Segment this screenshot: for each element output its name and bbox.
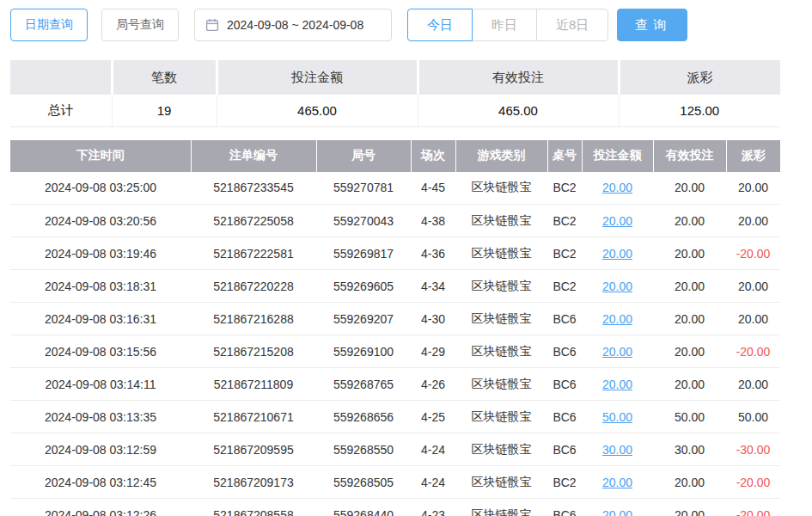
valid-bet-cell: 50.00 (653, 401, 726, 433)
header-table-number: 桌号 (547, 140, 582, 172)
header-payout: 派彩 (726, 140, 780, 172)
bet-amount-link[interactable]: 20.00 (602, 312, 632, 326)
bet-amount-link[interactable]: 20.00 (602, 378, 632, 391)
summary-table: 笔数 投注金额 有效投注 派彩 总计 19 465.00 465.00 125.… (10, 60, 780, 127)
session-cell: 4-30 (411, 303, 455, 335)
table-number-cell: BC2 (547, 172, 582, 205)
bet-amount-link[interactable]: 50.00 (602, 410, 632, 424)
header-round-number: 局号 (316, 140, 411, 172)
summary-header-count: 笔数 (112, 60, 217, 95)
bet-amount-link[interactable]: 20.00 (602, 214, 632, 228)
last-8-days-button[interactable]: 近8日 (536, 9, 608, 41)
bet-amount-cell: 20.00 (582, 270, 653, 303)
table-row: 2024-09-08 03:14:11 521867211809 5592687… (10, 368, 780, 401)
date-query-tab-button[interactable]: 日期查询 (10, 9, 88, 41)
round-number-cell: 559269817 (316, 237, 411, 270)
table-number-cell: BC6 (547, 303, 582, 335)
valid-bet-cell: 20.00 (653, 205, 726, 237)
bet-amount-cell: 20.00 (582, 466, 653, 499)
game-type-cell: 区块链骰宝 (455, 237, 547, 270)
game-type-cell: 区块链骰宝 (455, 466, 547, 499)
today-button[interactable]: 今日 (407, 9, 473, 41)
quick-range-group: 今日 昨日 近8日 (407, 9, 608, 41)
header-order-number: 注单编号 (191, 140, 316, 172)
session-cell: 4-34 (411, 270, 455, 303)
payout-cell: -30.00 (726, 433, 780, 466)
bet-time-cell: 2024-09-08 03:20:56 (10, 205, 191, 237)
round-number-cell: 559268550 (316, 433, 411, 466)
bet-amount-cell: 30.00 (582, 433, 653, 466)
header-game-type: 游戏类别 (455, 140, 547, 172)
date-range-value: 2024-09-08 ~ 2024-09-08 (227, 18, 363, 32)
records-header-row: 下注时间 注单编号 局号 场次 游戏类别 桌号 投注金额 有效投注 派彩 (10, 140, 780, 172)
header-bet-amount: 投注金额 (582, 140, 653, 172)
valid-bet-cell: 20.00 (653, 237, 726, 270)
bet-amount-link[interactable]: 20.00 (602, 181, 632, 194)
payout-cell: 20.00 (726, 368, 780, 401)
table-number-cell: BC6 (547, 368, 582, 401)
bet-time-cell: 2024-09-08 03:12:26 (10, 499, 191, 516)
bet-time-cell: 2024-09-08 03:15:56 (10, 335, 191, 368)
table-row: 2024-09-08 03:13:35 521867210671 5592686… (10, 401, 780, 433)
bet-amount-link[interactable]: 20.00 (602, 345, 632, 359)
summary-header-empty (10, 60, 112, 95)
bet-amount-link[interactable]: 20.00 (602, 508, 632, 516)
order-number-cell: 521867222581 (191, 237, 316, 270)
bet-amount-link[interactable]: 20.00 (602, 247, 632, 261)
summary-total-label: 总计 (10, 95, 112, 126)
order-number-cell: 521867215208 (191, 335, 316, 368)
session-cell: 4-38 (411, 205, 455, 237)
table-number-cell: BC2 (547, 237, 582, 270)
summary-total-count: 19 (112, 95, 217, 126)
header-bet-time: 下注时间 (10, 140, 191, 172)
bet-amount-cell: 20.00 (582, 205, 653, 237)
summary-header-bet-amount: 投注金额 (217, 60, 418, 95)
valid-bet-cell: 20.00 (653, 270, 726, 303)
round-number-cell: 559268505 (316, 466, 411, 499)
valid-bet-cell: 20.00 (653, 466, 726, 499)
table-row: 2024-09-08 03:25:00 521867233545 5592707… (10, 172, 780, 205)
session-cell: 4-26 (411, 368, 455, 401)
order-number-cell: 521867209173 (191, 466, 316, 499)
round-query-tab-button[interactable]: 局号查询 (101, 9, 179, 41)
summary-total-bet-amount: 465.00 (217, 95, 418, 126)
bet-amount-link[interactable]: 20.00 (602, 476, 632, 489)
bet-records-table: 下注时间 注单编号 局号 场次 游戏类别 桌号 投注金额 有效投注 派彩 202… (10, 140, 780, 516)
table-row: 2024-09-08 03:12:26 521867208558 5592684… (10, 499, 780, 516)
valid-bet-cell: 20.00 (653, 499, 726, 516)
payout-cell: -20.00 (726, 335, 780, 368)
bet-amount-cell: 20.00 (582, 335, 653, 368)
game-type-cell: 区块链骰宝 (455, 499, 547, 516)
bet-records-page: 日期查询 局号查询 2024-09-08 ~ 2024-09-08 今日 昨日 … (10, 0, 780, 516)
bet-time-cell: 2024-09-08 03:16:31 (10, 303, 191, 335)
table-number-cell: BC2 (547, 270, 582, 303)
game-type-cell: 区块链骰宝 (455, 205, 547, 237)
table-row: 2024-09-08 03:19:46 521867222581 5592698… (10, 237, 780, 270)
game-type-cell: 区块链骰宝 (455, 368, 547, 401)
round-number-cell: 559268656 (316, 401, 411, 433)
bet-amount-cell: 20.00 (582, 172, 653, 205)
date-range-input[interactable]: 2024-09-08 ~ 2024-09-08 (194, 9, 392, 41)
game-type-cell: 区块链骰宝 (455, 172, 547, 205)
yesterday-button[interactable]: 昨日 (472, 9, 537, 41)
payout-cell: 20.00 (726, 205, 780, 237)
payout-cell: 20.00 (726, 303, 780, 335)
bet-amount-cell: 50.00 (582, 401, 653, 433)
search-button[interactable]: 查询 (617, 9, 687, 41)
payout-cell: 20.00 (726, 270, 780, 303)
table-row: 2024-09-08 03:12:45 521867209173 5592685… (10, 466, 780, 499)
bet-time-cell: 2024-09-08 03:13:35 (10, 401, 191, 433)
round-number-cell: 559270043 (316, 205, 411, 237)
round-number-cell: 559268765 (316, 368, 411, 401)
bet-time-cell: 2024-09-08 03:12:59 (10, 433, 191, 466)
round-number-cell: 559268440 (316, 499, 411, 516)
payout-cell: -20.00 (726, 499, 780, 516)
table-number-cell: BC2 (547, 205, 582, 237)
bet-amount-cell: 20.00 (582, 368, 653, 401)
bet-amount-link[interactable]: 30.00 (602, 443, 632, 457)
bet-amount-link[interactable]: 20.00 (602, 280, 632, 293)
session-cell: 4-24 (411, 466, 455, 499)
table-number-cell: BC6 (547, 335, 582, 368)
round-number-cell: 559269605 (316, 270, 411, 303)
summary-header-row: 笔数 投注金额 有效投注 派彩 (10, 60, 780, 95)
